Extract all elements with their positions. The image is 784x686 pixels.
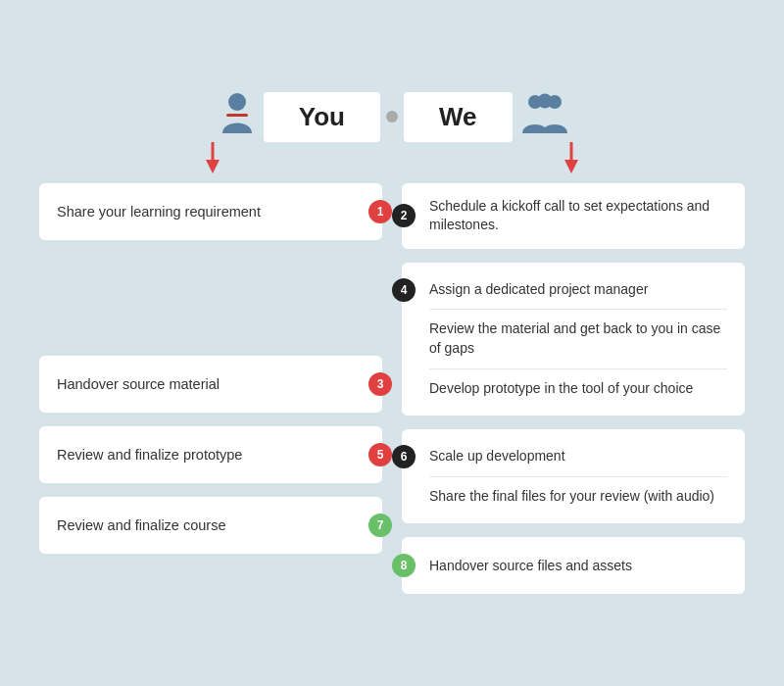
header-top: You We [39, 92, 745, 142]
we-item-2-text: Schedule a kickoff call to set expectati… [429, 197, 727, 235]
we-arrow [398, 142, 745, 173]
we-item-6-line-1: Scale up development [429, 443, 727, 470]
we-item-4-line-1: Assign a dedicated project manager [429, 276, 727, 304]
svg-point-4 [537, 93, 552, 108]
you-box: You [264, 92, 380, 142]
we-box: We [404, 92, 513, 142]
you-spacer-1 [39, 254, 382, 342]
badge-4: 4 [392, 278, 416, 302]
you-item-5: Review and finalize prototype 5 [39, 426, 382, 483]
we-item-6: 6 Scale up development Share the final f… [402, 429, 745, 523]
you-item-7: Review and finalize course 7 [39, 497, 382, 554]
we-item-8: 8 Handover source files and assets [402, 537, 745, 594]
badge-5: 5 [368, 443, 392, 466]
svg-rect-1 [226, 114, 248, 117]
header-left: You [39, 92, 380, 142]
main-container: You We [10, 73, 774, 614]
header-right: We [404, 92, 745, 142]
badge-7: 7 [368, 514, 392, 537]
we-item-6-line-2: Share the final files for your review (w… [429, 483, 727, 511]
connector [380, 111, 404, 122]
svg-marker-8 [564, 160, 578, 173]
you-item-7-label: Review and finalize course [57, 517, 225, 533]
you-item-1: Share your learning requirement 1 [39, 183, 382, 240]
you-item-3-label: Handover source material [57, 376, 220, 392]
arrows-section [39, 142, 745, 173]
we-item-8-text: Handover source files and assets [429, 557, 632, 576]
header-section: You We [39, 92, 745, 183]
you-column: Share your learning requirement 1 Handov… [39, 183, 382, 595]
columns: Share your learning requirement 1 Handov… [39, 183, 745, 595]
svg-point-0 [228, 93, 246, 111]
we-item-4: 4 Assign a dedicated project manager Rev… [402, 263, 745, 416]
you-arrow [39, 142, 386, 173]
person-icon [219, 92, 256, 142]
badge-3: 3 [368, 372, 392, 396]
badge-1: 1 [368, 200, 392, 223]
we-column: 2 Schedule a kickoff call to set expecta… [402, 183, 745, 595]
badge-6: 6 [392, 445, 416, 468]
badge-8: 8 [392, 554, 416, 577]
connector-dot [386, 111, 398, 122]
badge-2: 2 [392, 204, 416, 227]
you-item-1-label: Share your learning requirement [57, 204, 261, 220]
we-item-2: 2 Schedule a kickoff call to set expecta… [402, 183, 745, 249]
you-item-3: Handover source material 3 [39, 356, 382, 413]
we-item-4-line-2: Review the material and get back to you … [429, 316, 727, 362]
svg-marker-6 [206, 160, 220, 173]
group-icon [520, 92, 569, 142]
you-item-5-label: Review and finalize prototype [57, 447, 242, 463]
we-item-4-line-3: Develop prototype in the tool of your ch… [429, 375, 727, 403]
